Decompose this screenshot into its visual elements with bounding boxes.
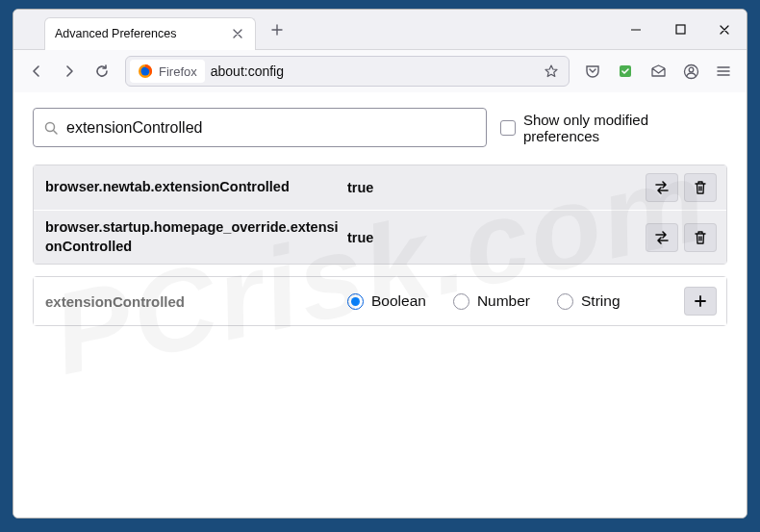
- modified-only-label: Show only modified preferences: [523, 112, 727, 144]
- radio-label: Boolean: [371, 292, 426, 310]
- back-button[interactable]: [21, 56, 52, 87]
- modified-only-toggle[interactable]: Show only modified preferences: [500, 112, 727, 144]
- preference-actions: [646, 173, 717, 202]
- preference-row[interactable]: browser.startup.homepage_override.extens…: [34, 211, 726, 264]
- svg-rect-0: [676, 25, 685, 34]
- about-config-content: Show only modified preferences browser.n…: [13, 92, 747, 518]
- add-preference-section: extensionControlled Boolean Number Strin…: [33, 276, 727, 326]
- extension-icon[interactable]: [612, 58, 639, 85]
- radio-icon: [557, 293, 573, 310]
- preference-table: browser.newtab.extensionControlled true …: [33, 165, 727, 265]
- active-tab[interactable]: Advanced Preferences: [44, 17, 256, 50]
- titlebar: Advanced Preferences: [13, 10, 747, 50]
- radio-icon: [347, 293, 364, 310]
- tab-title: Advanced Preferences: [55, 27, 230, 40]
- minimize-button[interactable]: [614, 10, 658, 50]
- preference-actions: [646, 223, 717, 252]
- url-bar[interactable]: Firefox: [125, 56, 570, 87]
- account-icon[interactable]: [677, 58, 704, 85]
- mail-icon[interactable]: [645, 58, 671, 85]
- preference-value: true: [342, 230, 646, 245]
- app-menu-button[interactable]: [708, 56, 739, 87]
- url-input[interactable]: [211, 63, 538, 79]
- radio-icon: [453, 293, 469, 310]
- search-box[interactable]: [33, 108, 487, 147]
- svg-point-5: [689, 67, 694, 72]
- preference-name: browser.newtab.extensionControlled: [45, 178, 342, 197]
- identity-box[interactable]: Firefox: [130, 60, 205, 83]
- reload-button[interactable]: [87, 56, 117, 87]
- maximize-button[interactable]: [658, 10, 702, 50]
- preference-value: true: [342, 180, 646, 195]
- add-preference-row: extensionControlled Boolean Number Strin…: [34, 277, 726, 325]
- close-window-button[interactable]: [702, 10, 747, 50]
- bookmark-star-icon[interactable]: [538, 58, 565, 85]
- type-radio-number[interactable]: Number: [453, 292, 530, 310]
- search-icon: [43, 120, 59, 136]
- navigation-toolbar: Firefox: [13, 50, 747, 92]
- tab-strip: Advanced Preferences: [13, 10, 292, 50]
- preference-row[interactable]: browser.newtab.extensionControlled true: [34, 165, 726, 211]
- identity-label: Firefox: [159, 64, 197, 79]
- pocket-icon[interactable]: [579, 58, 606, 85]
- radio-label: String: [581, 292, 621, 310]
- radio-label: Number: [477, 292, 530, 310]
- checkbox-icon: [500, 120, 516, 136]
- delete-button[interactable]: [684, 173, 717, 202]
- search-row: Show only modified preferences: [33, 108, 727, 147]
- preference-name: browser.startup.homepage_override.extens…: [45, 218, 342, 256]
- toggle-button[interactable]: [646, 173, 678, 202]
- toggle-button[interactable]: [646, 223, 678, 252]
- search-input[interactable]: [66, 119, 476, 137]
- type-radio-group: Boolean Number String: [342, 292, 684, 310]
- browser-window: Advanced Preferences Firefox: [13, 9, 747, 519]
- type-radio-boolean[interactable]: Boolean: [347, 292, 426, 310]
- close-tab-icon[interactable]: [230, 26, 245, 41]
- window-controls: [614, 10, 747, 50]
- new-preference-name: extensionControlled: [45, 293, 342, 310]
- delete-button[interactable]: [684, 223, 717, 252]
- firefox-logo-icon: [138, 63, 153, 79]
- type-radio-string[interactable]: String: [557, 292, 621, 310]
- add-button[interactable]: [684, 287, 717, 316]
- forward-button[interactable]: [54, 56, 85, 87]
- new-tab-button[interactable]: [262, 14, 292, 45]
